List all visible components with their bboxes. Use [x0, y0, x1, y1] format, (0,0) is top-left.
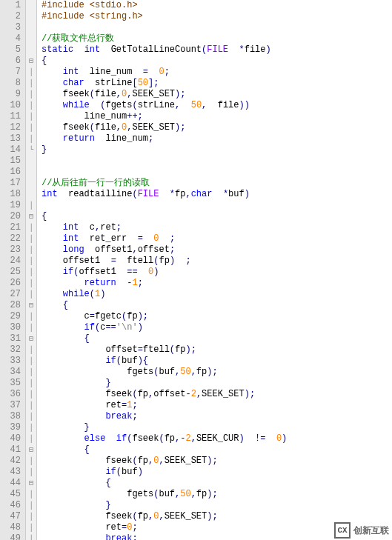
code-line: ret=1; — [41, 400, 287, 411]
code-line: int ret_err = 0 ; — [41, 233, 287, 244]
code-line: return line_num; — [41, 133, 287, 144]
code-line: { — [41, 444, 287, 456]
fold-marker: │ — [26, 222, 36, 233]
code-line: fseek(file,0,SEEK_SET); — [41, 89, 287, 100]
line-number: 47 — [3, 511, 21, 522]
fold-marker: │ — [26, 511, 36, 522]
fold-marker: │ — [26, 78, 36, 89]
line-number: 46 — [3, 500, 21, 511]
line-number: 45 — [3, 489, 21, 500]
code-line: fgets(buf,50,fp); — [41, 489, 287, 500]
code-line — [41, 22, 287, 33]
code-line: fseek(fp,0,SEEK_SET); — [41, 511, 287, 522]
code-line: if(buf){ — [41, 356, 287, 367]
fold-marker[interactable]: ⊟ — [26, 478, 36, 489]
fold-marker: │ — [26, 267, 36, 278]
line-number: 20 — [3, 211, 21, 222]
line-number: 30 — [3, 322, 21, 333]
code-line: #include <string.h> — [41, 11, 287, 22]
line-number: 6 — [3, 56, 21, 67]
code-line: offset1 = ftell(fp) ; — [41, 256, 287, 267]
code-line: if(buf) — [41, 467, 287, 478]
fold-marker[interactable]: ⊟ — [26, 56, 36, 67]
line-number: 16 — [3, 167, 21, 178]
fold-marker — [26, 0, 36, 11]
code-line: } — [41, 422, 287, 433]
line-number: 7 — [3, 67, 21, 78]
code-line: { — [41, 478, 287, 489]
fold-marker — [26, 178, 36, 189]
line-number: 4 — [3, 33, 21, 44]
code-line: { — [41, 333, 287, 344]
line-number: 10 — [3, 100, 21, 111]
code-line: { — [41, 211, 287, 222]
line-number: 12 — [3, 122, 21, 133]
fold-marker: │ — [26, 322, 36, 333]
fold-marker[interactable]: ⊟ — [26, 211, 36, 222]
fold-marker — [26, 156, 36, 167]
code-line — [41, 156, 287, 167]
fold-marker: │ — [26, 422, 36, 433]
line-number: 27 — [3, 289, 21, 300]
code-line: break; — [41, 533, 287, 540]
fold-marker: └ — [26, 144, 36, 156]
fold-marker: │ — [26, 233, 36, 244]
fold-marker[interactable]: ⊟ — [26, 300, 36, 311]
code-line — [41, 167, 287, 178]
line-number: 17 — [3, 178, 21, 189]
fold-marker[interactable]: ⊟ — [26, 333, 36, 344]
fold-marker — [26, 11, 36, 22]
code-line: #include <stdio.h> — [41, 0, 287, 11]
code-editor: 1234567891011121314151617181920212223242… — [0, 0, 392, 540]
line-number: 18 — [3, 189, 21, 200]
fold-marker: │ — [26, 278, 36, 289]
line-number: 21 — [3, 222, 21, 233]
line-number: 19 — [3, 200, 21, 211]
fold-marker: │ — [26, 311, 36, 322]
code-line: int readtailline(FILE *fp,char *buf) — [41, 189, 287, 200]
code-line: fseek(file,0,SEEK_SET); — [41, 122, 287, 133]
code-line: int c,ret; — [41, 222, 287, 233]
line-number: 41 — [3, 444, 21, 456]
fold-marker[interactable]: ⊟ — [26, 444, 36, 456]
code-line: while (fgets(strLine, 50, file)) — [41, 100, 287, 111]
code-line: ret=0; — [41, 522, 287, 533]
line-number: 37 — [3, 400, 21, 411]
line-number: 28 — [3, 300, 21, 311]
code-line: fseek(fp,offset-2,SEEK_SET); — [41, 389, 287, 400]
line-number: 31 — [3, 333, 21, 344]
line-number: 49 — [3, 533, 21, 540]
code-line: } — [41, 378, 287, 389]
fold-marker: │ — [26, 456, 36, 467]
line-number: 33 — [3, 356, 21, 367]
fold-marker: │ — [26, 256, 36, 267]
line-number: 8 — [3, 78, 21, 89]
code-line: int line_num = 0; — [41, 67, 287, 78]
line-number: 44 — [3, 478, 21, 489]
fold-marker: │ — [26, 433, 36, 444]
line-number: 29 — [3, 311, 21, 322]
code-line: if(offset1 == 0) — [41, 267, 287, 278]
fold-marker: │ — [26, 356, 36, 367]
line-number: 43 — [3, 467, 21, 478]
code-line: long offset1,offset; — [41, 244, 287, 256]
line-number: 24 — [3, 256, 21, 267]
fold-marker: │ — [26, 533, 36, 540]
fold-marker: │ — [26, 244, 36, 256]
code-line: } — [41, 144, 287, 156]
line-number: 34 — [3, 367, 21, 378]
fold-marker: │ — [26, 389, 36, 400]
code-line: line_num++; — [41, 111, 287, 122]
fold-gutter: ⊟│││││││└│⊟│││││││⊟││⊟│││││││││⊟││⊟│││││ — [26, 0, 37, 540]
line-number: 11 — [3, 111, 21, 122]
fold-marker — [26, 167, 36, 178]
code-line: } — [41, 500, 287, 511]
fold-marker: │ — [26, 89, 36, 100]
code-line: return -1; — [41, 278, 287, 289]
fold-marker: │ — [26, 467, 36, 478]
line-number: 3 — [3, 22, 21, 33]
line-number: 40 — [3, 433, 21, 444]
fold-marker: │ — [26, 367, 36, 378]
fold-marker — [26, 44, 36, 56]
line-number: 15 — [3, 156, 21, 167]
